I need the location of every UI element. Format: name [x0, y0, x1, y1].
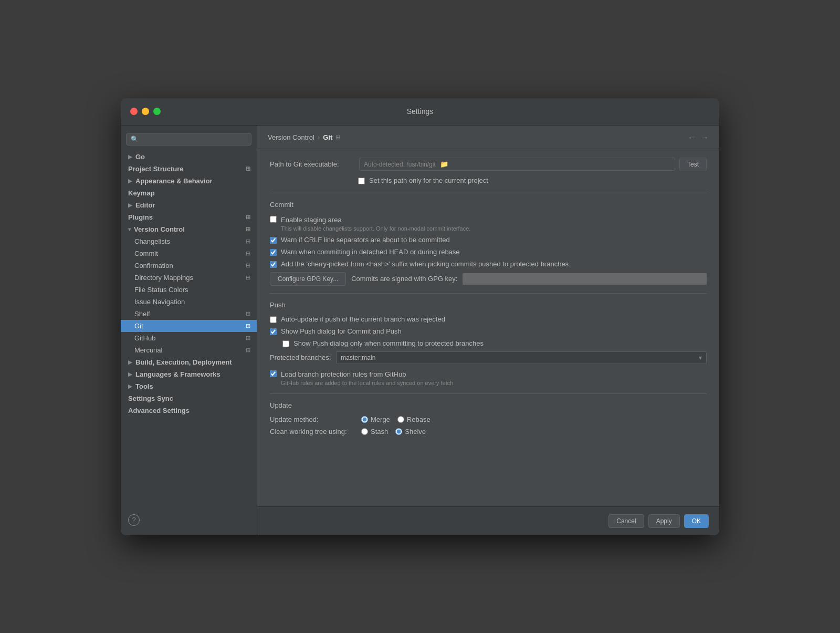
- warn-crlf-label: Warn if CRLF line separators are about t…: [281, 236, 450, 244]
- set-path-checkbox[interactable]: [358, 178, 365, 184]
- sidebar-item-changelists[interactable]: Changelists ⊞: [121, 235, 257, 247]
- chevron-right-icon: ▶: [128, 202, 132, 208]
- sidebar-item-issue-navigation[interactable]: Issue Navigation: [121, 296, 257, 308]
- gpg-row: Configure GPG Key... Commits are signed …: [270, 272, 707, 286]
- sidebar-item-label: Mercurial: [134, 346, 162, 354]
- sidebar-item-label: Confirmation: [134, 262, 173, 269]
- enable-staging-sublabel: This will disable changelists support. O…: [281, 225, 470, 232]
- stash-radio[interactable]: [361, 428, 368, 435]
- show-push-dialog-checkbox[interactable]: [270, 328, 277, 335]
- gpg-key-bar: [463, 273, 707, 285]
- auto-update-checkbox[interactable]: [270, 316, 277, 323]
- sidebar-item-appearance[interactable]: ▶ Appearance & Behavior: [121, 175, 257, 187]
- stash-label: Stash: [371, 428, 388, 435]
- sidebar-badge: ⊞: [246, 262, 250, 269]
- sidebar-item-label: Version Control: [134, 225, 185, 233]
- auto-update-row: Auto-update if push of the current branc…: [270, 315, 707, 323]
- bookmark-icon: ⊞: [335, 134, 340, 141]
- search-input[interactable]: [141, 136, 247, 143]
- sidebar-item-build[interactable]: ▶ Build, Execution, Deployment: [121, 356, 257, 368]
- folder-icon[interactable]: 📁: [440, 160, 448, 168]
- merge-label: Merge: [371, 416, 390, 423]
- test-button[interactable]: Test: [679, 158, 707, 171]
- sidebar-item-settings-sync[interactable]: Settings Sync: [121, 392, 257, 404]
- update-method-row: Update method: Merge Rebase: [270, 416, 707, 423]
- maximize-button[interactable]: [153, 108, 161, 115]
- sidebar-item-keymap[interactable]: Keymap: [121, 187, 257, 199]
- sidebar-item-label: Editor: [135, 201, 155, 209]
- protected-branches-value: master;main: [341, 354, 375, 361]
- sidebar-item-label: GitHub: [134, 334, 155, 342]
- chevron-right-icon: ▶: [128, 359, 132, 365]
- sidebar-item-file-status-colors[interactable]: File Status Colors: [121, 284, 257, 296]
- sidebar-item-label: Tools: [135, 382, 153, 390]
- sidebar-item-editor[interactable]: ▶ Editor: [121, 199, 257, 211]
- load-branch-protection-checkbox[interactable]: [270, 370, 277, 377]
- cancel-button[interactable]: Cancel: [608, 514, 644, 528]
- load-branch-protection-label: Load branch protection rules from GitHub: [281, 370, 406, 378]
- push-section-title: Push: [270, 301, 707, 309]
- sidebar-badge: ⊞: [246, 165, 250, 172]
- sidebar-badge: ⊞: [246, 226, 250, 233]
- sidebar-item-go[interactable]: ▶ Go: [121, 151, 257, 163]
- back-arrow[interactable]: ←: [688, 133, 696, 142]
- close-button[interactable]: [130, 108, 138, 115]
- minimize-button[interactable]: [142, 108, 149, 115]
- search-box[interactable]: 🔍: [126, 133, 251, 146]
- shelve-radio[interactable]: [395, 428, 402, 435]
- sidebar-item-label: Languages & Frameworks: [135, 370, 220, 378]
- stash-option[interactable]: Stash: [361, 428, 388, 435]
- warn-detached-row: Warn when committing in detached HEAD or…: [270, 248, 707, 256]
- sidebar-item-plugins[interactable]: Plugins ⊞: [121, 211, 257, 223]
- warn-crlf-checkbox[interactable]: [270, 237, 277, 244]
- path-label: Path to Git executable:: [270, 160, 354, 168]
- sidebar-badge: ⊞: [246, 214, 250, 221]
- sidebar-item-label: Go: [135, 153, 145, 161]
- nav-arrows: ← →: [688, 133, 709, 142]
- shelve-option[interactable]: Shelve: [395, 428, 426, 435]
- help-button[interactable]: ?: [128, 514, 140, 526]
- sidebar-item-github[interactable]: GitHub ⊞: [121, 332, 257, 344]
- ok-button[interactable]: OK: [684, 514, 709, 528]
- sidebar-item-tools[interactable]: ▶ Tools: [121, 380, 257, 392]
- load-branch-protection-row: Load branch protection rules from GitHub…: [270, 369, 707, 386]
- sidebar-item-project-structure[interactable]: Project Structure ⊞: [121, 163, 257, 175]
- sidebar-item-shelf[interactable]: Shelf ⊞: [121, 308, 257, 320]
- rebase-option[interactable]: Rebase: [397, 416, 430, 423]
- configure-gpg-button[interactable]: Configure GPG Key...: [270, 272, 346, 286]
- warn-detached-checkbox[interactable]: [270, 249, 277, 256]
- add-cherry-checkbox[interactable]: [270, 261, 277, 268]
- sidebar-item-version-control[interactable]: ▾ Version Control ⊞: [121, 223, 257, 235]
- apply-button[interactable]: Apply: [648, 514, 680, 528]
- commit-section: Commit Enable staging area This will dis…: [270, 201, 707, 286]
- path-row: Path to Git executable: Auto-detected: /…: [270, 158, 707, 171]
- sidebar-item-advanced-settings[interactable]: Advanced Settings: [121, 404, 257, 417]
- sidebar-item-languages[interactable]: ▶ Languages & Frameworks: [121, 368, 257, 380]
- sidebar-item-mercurial[interactable]: Mercurial ⊞: [121, 344, 257, 356]
- load-branch-protection-sublabel: GitHub rules are added to the local rule…: [281, 380, 453, 386]
- enable-staging-checkbox[interactable]: [270, 216, 277, 223]
- rebase-radio[interactable]: [397, 416, 404, 423]
- breadcrumb-separator: ›: [318, 133, 320, 141]
- chevron-right-icon: ▶: [128, 154, 132, 160]
- sidebar-item-commit[interactable]: Commit ⊞: [121, 247, 257, 260]
- merge-radio[interactable]: [361, 416, 368, 423]
- merge-option[interactable]: Merge: [361, 416, 390, 423]
- update-method-label: Update method:: [270, 416, 354, 423]
- sidebar-item-label: Changelists: [134, 237, 170, 245]
- search-icon: 🔍: [131, 136, 139, 143]
- forward-arrow[interactable]: →: [700, 133, 709, 142]
- protected-branches-input[interactable]: master;main ▾: [336, 351, 707, 364]
- settings-panel: Version Control › Git ⊞ ← → Path to Git …: [257, 126, 719, 535]
- sidebar-item-label: Settings Sync: [128, 395, 173, 402]
- sidebar-item-git[interactable]: Git ⊞: [121, 320, 257, 332]
- sidebar-item-label: Issue Navigation: [134, 298, 185, 306]
- push-section: Push Auto-update if push of the current …: [270, 301, 707, 386]
- sidebar-item-directory-mappings[interactable]: Directory Mappings ⊞: [121, 272, 257, 284]
- sidebar-badge: ⊞: [246, 250, 250, 257]
- breadcrumb-current: Git: [323, 133, 332, 141]
- show-push-protected-checkbox[interactable]: [282, 340, 289, 347]
- sidebar-item-confirmation[interactable]: Confirmation ⊞: [121, 260, 257, 272]
- breadcrumb: Version Control › Git ⊞: [268, 133, 340, 141]
- sidebar-badge: ⊞: [246, 310, 250, 317]
